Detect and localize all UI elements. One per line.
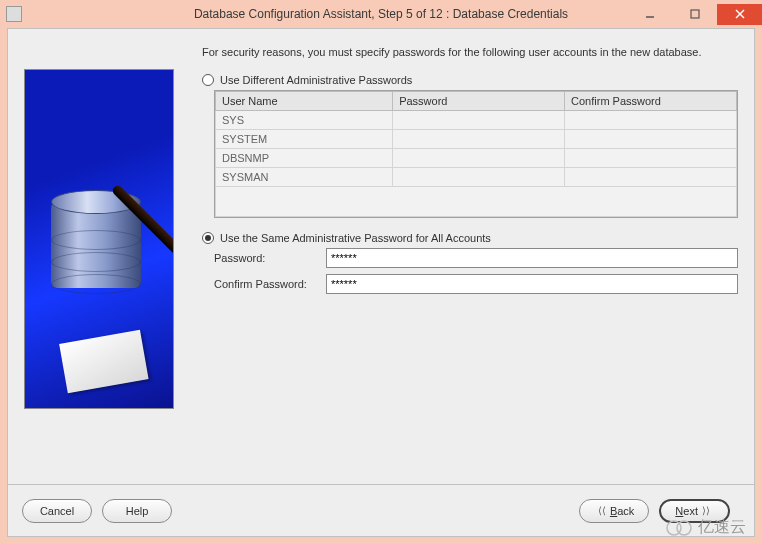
- app-icon: [6, 6, 22, 22]
- cell-confirm[interactable]: [565, 110, 737, 129]
- content: For security reasons, you must specify p…: [8, 29, 754, 484]
- radio-icon: [202, 74, 214, 86]
- minimize-button[interactable]: [627, 4, 672, 25]
- back-button[interactable]: ⟨⟨ Back: [579, 499, 649, 523]
- wizard-image: [24, 69, 174, 409]
- cell-user: SYSTEM: [216, 129, 393, 148]
- cancel-button[interactable]: Cancel: [22, 499, 92, 523]
- main-panel: For security reasons, you must specify p…: [202, 45, 738, 474]
- cell-user: DBSNMP: [216, 148, 393, 167]
- cell-confirm[interactable]: [565, 167, 737, 186]
- close-button[interactable]: [717, 4, 762, 25]
- option-same-label: Use the Same Administrative Password for…: [220, 232, 491, 244]
- col-password: Password: [393, 91, 565, 110]
- col-username: User Name: [216, 91, 393, 110]
- cell-user: SYSMAN: [216, 167, 393, 186]
- table-row-blank: [216, 186, 737, 216]
- cell-confirm[interactable]: [565, 129, 737, 148]
- table-row: SYS: [216, 110, 737, 129]
- col-confirm: Confirm Password: [565, 91, 737, 110]
- password-input[interactable]: [326, 248, 738, 268]
- instruction-text: For security reasons, you must specify p…: [202, 45, 738, 60]
- svg-rect-1: [691, 10, 699, 18]
- option-same-password[interactable]: Use the Same Administrative Password for…: [202, 232, 738, 244]
- footer: Cancel Help ⟨⟨ Back Next ⟩⟩: [8, 484, 754, 536]
- confirm-password-label: Confirm Password:: [214, 278, 326, 290]
- password-row: Password:: [214, 248, 738, 268]
- cell-confirm[interactable]: [565, 148, 737, 167]
- window-buttons: [627, 4, 762, 25]
- users-table: User Name Password Confirm Password SYS: [214, 90, 738, 218]
- titlebar: Database Configuration Assistant, Step 5…: [0, 0, 762, 28]
- confirm-password-row: Confirm Password:: [214, 274, 738, 294]
- option-different-label: Use Different Administrative Passwords: [220, 74, 412, 86]
- cell-password[interactable]: [393, 129, 565, 148]
- table-row: SYSMAN: [216, 167, 737, 186]
- cell-password[interactable]: [393, 148, 565, 167]
- cell-user: SYS: [216, 110, 393, 129]
- next-button[interactable]: Next ⟩⟩: [659, 499, 730, 523]
- table-row: DBSNMP: [216, 148, 737, 167]
- help-button[interactable]: Help: [102, 499, 172, 523]
- radio-icon: [202, 232, 214, 244]
- option-different-passwords[interactable]: Use Different Administrative Passwords: [202, 74, 738, 86]
- window: Database Configuration Assistant, Step 5…: [0, 0, 762, 544]
- table-row: SYSTEM: [216, 129, 737, 148]
- client-area: For security reasons, you must specify p…: [7, 28, 755, 537]
- cell-password[interactable]: [393, 167, 565, 186]
- confirm-password-input[interactable]: [326, 274, 738, 294]
- maximize-button[interactable]: [672, 4, 717, 25]
- chevron-left-icon: ⟨⟨: [598, 505, 606, 516]
- chevron-right-icon: ⟩⟩: [702, 505, 710, 516]
- password-label: Password:: [214, 252, 326, 264]
- cell-password[interactable]: [393, 110, 565, 129]
